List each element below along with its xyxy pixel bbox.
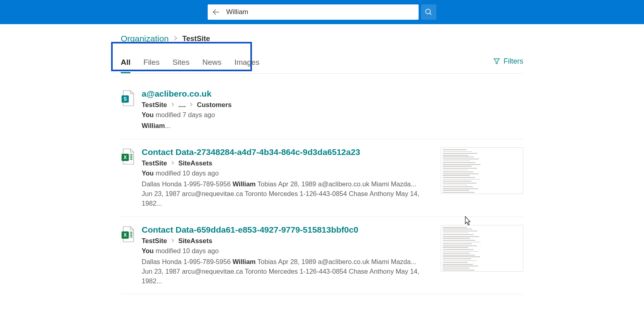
search-result: XContact Data-27348284-a4d7-4b34-864c-9d… [121,139,523,217]
search-button[interactable] [421,4,436,20]
back-arrow-icon[interactable] [212,8,221,17]
result-snippet: Dallas Honda 1-995-789-5956 William Tobi… [142,180,423,208]
chevron-right-icon [171,102,174,108]
search-result: XContact Data-659dda61-e853-4927-9779-51… [121,217,523,295]
breadcrumb-org[interactable]: Organization [121,34,169,43]
result-snippet: Dallas Honda 1-995-789-5956 William Tobi… [142,257,423,286]
breadcrumb-site[interactable]: TestSite [182,35,210,43]
result-path-seg[interactable]: TestSite [142,101,167,109]
result-path-seg[interactable]: TestSite [142,237,167,245]
result-thumbnail[interactable] [441,225,523,272]
result-path-seg[interactable]: Customers [197,101,231,109]
result-path: TestSite....Customers [142,101,523,109]
excel-icon: X [121,226,134,243]
result-body: Contact Data-659dda61-e853-4927-9779-515… [142,225,433,286]
result-body: Contact Data-27348284-a4d7-4b34-864c-9d3… [142,147,433,208]
tab-all[interactable]: All [121,56,130,73]
header-bar [0,0,644,24]
tabs-row: All Files Sites News Images Filters [121,56,523,74]
result-title[interactable]: Contact Data-27348284-a4d7-4b34-864c-9d3… [142,147,433,157]
filters-button[interactable]: Filters [493,57,523,72]
tab-sites[interactable]: Sites [172,56,189,73]
search-wrap [208,4,436,20]
svg-text:X: X [124,232,127,238]
svg-text:X: X [124,155,127,160]
result-path-seg[interactable]: .... [178,101,186,109]
search-icon [425,8,433,16]
chevron-right-icon [171,160,174,166]
tabs: All Files Sites News Images [121,56,259,73]
search-result: Sa@aclibero.co.ukTestSite....CustomersYo… [121,81,523,139]
chevron-right-icon [171,238,174,244]
filter-icon [493,58,500,65]
chevron-right-icon [173,35,178,42]
result-thumbnail[interactable] [441,147,523,194]
result-path: TestSiteSiteAssets [142,159,433,167]
tab-files[interactable]: Files [143,56,159,73]
svg-text:S: S [124,96,127,102]
result-meta: You modified 10 days ago [142,169,433,177]
svg-line-2 [430,13,431,15]
excel-icon: X [121,148,134,165]
result-title[interactable]: a@aclibero.co.uk [142,89,523,99]
tab-images[interactable]: Images [234,56,259,73]
result-path-seg[interactable]: SiteAssets [178,159,212,167]
result-meta: You modified 7 days ago [142,111,523,119]
search-box[interactable] [208,4,419,20]
search-input[interactable] [226,8,415,16]
result-path-seg[interactable]: TestSite [142,159,167,167]
result-meta: You modified 10 days ago [142,247,433,255]
breadcrumb: Organization TestSite [121,34,523,43]
svg-marker-3 [494,59,500,64]
svg-point-1 [426,9,431,14]
result-path: TestSiteSiteAssets [142,237,433,245]
chevron-right-icon [190,102,193,108]
result-body: a@aclibero.co.ukTestSite....CustomersYou… [142,89,523,131]
filters-label: Filters [504,57,523,66]
content: Organization TestSite All Files Sites Ne… [121,24,523,294]
results: Sa@aclibero.co.ukTestSite....CustomersYo… [121,81,523,294]
tab-news[interactable]: News [202,56,222,73]
result-title[interactable]: Contact Data-659dda61-e853-4927-9779-515… [142,225,433,235]
result-snippet: William... [142,121,423,131]
sharepoint-icon: S [121,90,134,107]
result-path-seg[interactable]: SiteAssets [178,237,212,245]
